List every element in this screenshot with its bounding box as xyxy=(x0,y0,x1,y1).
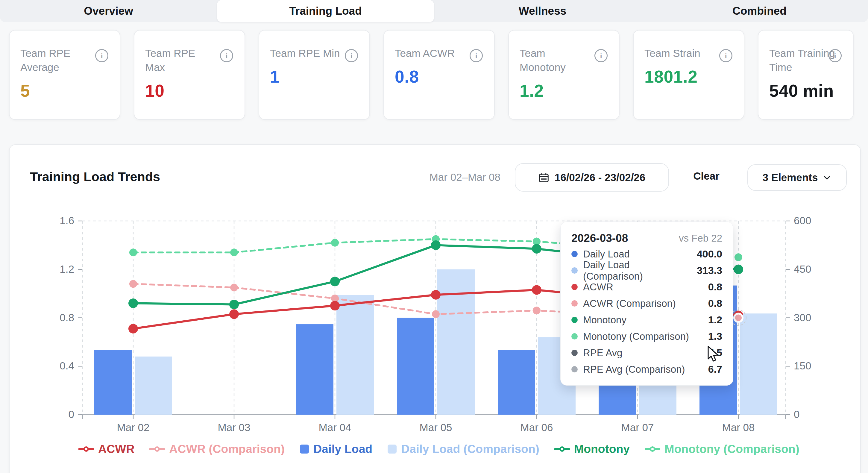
date-picker-value: 16/02/26 - 23/02/26 xyxy=(555,172,646,183)
legend-item-daily-load-comparison[interactable]: Daily Load (Comparison) xyxy=(387,442,539,455)
tooltip-rows: Daily Load400.0Daily Load (Comparison)31… xyxy=(571,246,722,378)
stat-card-label: Team ACWR xyxy=(395,46,465,60)
tooltip-row-acwr-comparison: ACWR (Comparison)0.8 xyxy=(571,295,722,312)
stat-card-team-acwr: Team ACWRi0.8 xyxy=(383,30,495,120)
left-axis-tick-label: 1.2 xyxy=(38,263,74,275)
chart-title: Training Load Trends xyxy=(30,170,160,184)
tooltip-row-label: ACWR xyxy=(583,282,703,293)
tab-overview[interactable]: Overview xyxy=(0,0,217,22)
legend-item-label: Monotony xyxy=(574,442,630,455)
tooltip-row-value: 400.0 xyxy=(697,248,722,260)
info-icon[interactable]: i xyxy=(345,49,358,62)
tooltip-row-label: RPE Avg (Comparison) xyxy=(583,364,703,375)
legend-square-icon xyxy=(300,444,309,454)
x-axis-label-mar-03: Mar 03 xyxy=(204,421,264,434)
series-color-dot xyxy=(571,350,578,356)
left-axis-tick-label: 0 xyxy=(38,408,74,420)
tooltip-row-daily-load-comparison: Daily Load (Comparison)313.3 xyxy=(571,262,722,279)
tooltip-row-label: Daily Load xyxy=(583,248,691,260)
tooltip-row-value: 1.2 xyxy=(708,314,722,326)
tooltip-row-label: Daily Load (Comparison) xyxy=(583,259,691,282)
stat-card-team-rpe-min: Team RPE Mini1 xyxy=(258,30,370,120)
tab-wellness[interactable]: Wellness xyxy=(434,0,651,22)
tooltip-compare-label: vs Feb 22 xyxy=(679,233,722,244)
legend-item-monotony[interactable]: Monotony xyxy=(554,442,630,455)
elements-dropdown[interactable]: 3 Elements xyxy=(747,164,847,191)
tooltip-row-rpe-avg-comparison: RPE Avg (Comparison)6.7 xyxy=(571,361,722,378)
chevron-down-icon xyxy=(823,173,832,182)
stat-card-label: Team Strain xyxy=(644,46,714,60)
tooltip-row-value: 313.3 xyxy=(697,265,722,276)
right-axis-tick-label: 450 xyxy=(794,263,811,275)
x-axis-label-mar-02: Mar 02 xyxy=(103,421,163,434)
stat-card-label: Team Monotony xyxy=(520,46,590,74)
tooltip-row-label: RPE Avg xyxy=(583,347,703,359)
legend-line-dot-icon xyxy=(645,445,660,453)
tab-bar: OverviewTraining LoadWellnessCombined xyxy=(0,0,868,22)
stat-card-team-rpe-max: Team RPE Maxi10 xyxy=(134,30,245,120)
tooltip-header: 2026-03-08 vs Feb 22 xyxy=(571,231,722,246)
series-color-dot xyxy=(571,317,578,323)
tooltip-row-value: 0.8 xyxy=(708,298,722,309)
x-axis-label-mar-04: Mar 04 xyxy=(305,421,365,434)
left-axis-tick-label: 1.6 xyxy=(38,215,74,227)
stat-card-label: Team RPE Average xyxy=(20,46,90,74)
clear-button[interactable]: Clear xyxy=(688,170,724,182)
series-color-dot xyxy=(571,267,578,274)
left-axis-tick-label: 0.8 xyxy=(38,312,74,324)
tooltip-row-monotony-comparison: Monotony (Comparison)1.3 xyxy=(571,328,722,345)
tooltip-row-label: Monotony xyxy=(583,314,703,326)
legend-line-dot-icon xyxy=(149,445,165,453)
tooltip-row-acwr: ACWR0.8 xyxy=(571,279,722,295)
stat-card-value: 540 min xyxy=(769,81,843,100)
series-color-dot xyxy=(571,333,578,339)
x-axis-label-mar-08: Mar 08 xyxy=(709,421,768,434)
date-picker-button[interactable]: 16/02/26 - 23/02/26 xyxy=(515,163,669,191)
left-axis-tick-label: 0.4 xyxy=(38,360,74,372)
x-axis-label-mar-06: Mar 06 xyxy=(507,421,567,434)
legend-item-label: Monotony (Comparison) xyxy=(664,442,800,455)
series-color-dot xyxy=(571,300,578,306)
chart-legend: ACWRACWR (Comparison)Daily LoadDaily Loa… xyxy=(79,442,800,455)
legend-square-icon xyxy=(387,444,397,454)
tooltip-row-value: 1.3 xyxy=(708,330,722,342)
tooltip-row-label: Monotony (Comparison) xyxy=(583,331,703,342)
stat-card-team-rpe-average: Team RPE Averagei5 xyxy=(9,30,120,120)
legend-item-monotony-comparison[interactable]: Monotony (Comparison) xyxy=(645,442,800,455)
stat-card-team-strain: Team Straini1801.2 xyxy=(633,30,744,120)
legend-item-acwr-comparison[interactable]: ACWR (Comparison) xyxy=(149,442,285,455)
stat-card-value: 1 xyxy=(270,67,359,87)
stat-card-value: 1.2 xyxy=(520,81,609,100)
legend-item-daily-load[interactable]: Daily Load xyxy=(300,442,372,455)
tab-training-load[interactable]: Training Load xyxy=(217,0,434,22)
tooltip-row-value: 6.7 xyxy=(708,363,722,375)
legend-item-label: ACWR (Comparison) xyxy=(169,442,285,455)
stat-card-team-monotony: Team Monotonyi1.2 xyxy=(508,30,620,120)
info-icon[interactable]: i xyxy=(95,49,108,62)
stat-card-label: Team RPE Max xyxy=(145,46,215,74)
tooltip-row-monotony: Monotony1.2 xyxy=(571,312,722,328)
legend-item-label: Daily Load (Comparison) xyxy=(401,442,539,455)
info-icon[interactable]: i xyxy=(220,49,233,62)
x-axis-label-mar-07: Mar 07 xyxy=(608,421,668,434)
tooltip-date: 2026-03-08 xyxy=(571,232,628,244)
tab-combined[interactable]: Combined xyxy=(651,0,868,22)
tooltip-row-label: ACWR (Comparison) xyxy=(583,298,703,309)
legend-item-acwr[interactable]: ACWR xyxy=(79,442,134,455)
calendar-icon xyxy=(538,172,549,183)
info-icon[interactable]: i xyxy=(470,49,483,62)
date-range-label: Mar 02–Mar 08 xyxy=(410,171,500,183)
series-color-dot xyxy=(571,251,578,257)
right-axis-tick-label: 0 xyxy=(794,408,800,420)
info-icon[interactable]: i xyxy=(594,49,608,62)
stat-card-label: Team Training Time xyxy=(769,46,839,74)
info-icon[interactable]: i xyxy=(829,49,842,62)
info-icon[interactable]: i xyxy=(719,49,733,62)
right-axis-tick-label: 300 xyxy=(794,312,811,324)
mouse-cursor xyxy=(707,346,722,363)
tooltip-row-rpe-avg: RPE Avg7.5 xyxy=(571,345,722,361)
stat-card-value: 1801.2 xyxy=(644,67,734,87)
legend-line-dot-icon xyxy=(79,445,94,453)
legend-item-label: ACWR xyxy=(98,442,134,455)
right-axis-tick-label: 150 xyxy=(794,360,811,372)
